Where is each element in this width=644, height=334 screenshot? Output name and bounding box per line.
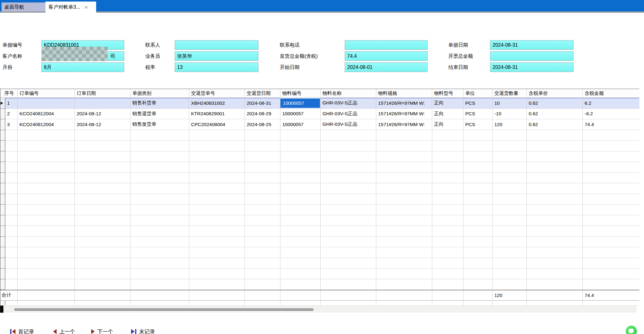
cell-0[interactable]: 2 [5, 109, 18, 120]
delivery-total-field[interactable]: 74.4 [345, 51, 428, 61]
column-header-9[interactable]: 物料型号 [432, 89, 463, 98]
start-date-field[interactable]: 2024-08-01 [345, 62, 428, 72]
cell-1[interactable]: KCO240812004 [18, 119, 75, 130]
tab-desktop-navigation[interactable]: 桌面导航 [2, 2, 45, 11]
nav-first-record-button[interactable]: 首记录 [10, 327, 34, 334]
cell-9[interactable]: 正向 [432, 119, 463, 130]
cell-2[interactable]: 2024-08-12 [75, 119, 130, 130]
horizontal-scrollbar[interactable] [0, 305, 639, 313]
cell-9[interactable]: 正向 [432, 109, 463, 120]
cell-12[interactable]: 0.62 [527, 98, 583, 109]
cell-6 [280, 268, 321, 279]
cell-12[interactable]: 0.62 [527, 119, 583, 130]
cell-13[interactable]: 74.4 [583, 119, 639, 130]
nav-previous-record-button[interactable]: 上一个 [53, 327, 75, 334]
salesperson-field[interactable]: 张英华 [175, 51, 258, 61]
cell-7 [321, 151, 376, 162]
column-header-10[interactable]: 单位 [463, 89, 493, 98]
column-header-4[interactable]: 交退货单号 [189, 89, 245, 98]
cell-4[interactable]: KTR240829001 [189, 109, 245, 120]
cell-13[interactable]: 6.2 [583, 98, 639, 109]
column-header-1[interactable]: 订单编号 [18, 89, 75, 98]
month-field[interactable]: 8月 [41, 62, 124, 72]
cell-8[interactable]: 1571#26/R=97MM W: [376, 98, 432, 109]
cell-0 [5, 173, 18, 184]
cell-5[interactable]: 2024-08-31 [245, 98, 280, 109]
table-empty-row [0, 279, 639, 290]
column-header-6[interactable]: 物料编号 [280, 89, 321, 98]
cell-0 [5, 151, 18, 162]
cell-9 [432, 279, 463, 290]
cell-12[interactable]: 0.62 [527, 109, 583, 120]
nav-last-record-button[interactable]: 末记录 [131, 327, 155, 334]
cell-2[interactable] [75, 98, 130, 109]
cell-7[interactable]: GHR-03V-S正品 [321, 98, 376, 109]
cell-12 [527, 279, 583, 290]
cell-10[interactable]: PCS [463, 119, 493, 130]
cell-11[interactable]: -10 [493, 109, 527, 120]
cell-10 [463, 194, 493, 205]
total-cell [280, 290, 321, 301]
column-header-0[interactable]: 序号 [0, 89, 18, 98]
tab-customer-statement[interactable]: 客户对帐单3... × [45, 2, 96, 13]
cell-8[interactable]: 1571#26/R=97MM W: [376, 109, 432, 120]
invoice-total-field[interactable] [490, 51, 574, 61]
tax-rate-field[interactable]: 13 [175, 62, 258, 72]
table-empty-row [0, 226, 639, 237]
cell-7[interactable]: GHR-03V-S正品 [321, 109, 376, 120]
column-header-2[interactable]: 订单日期 [75, 89, 130, 98]
close-icon[interactable]: × [84, 4, 88, 10]
column-header-3[interactable]: 单据类别 [130, 89, 189, 98]
cell-6[interactable]: 10000057 [280, 119, 321, 130]
table-empty-row [0, 215, 639, 226]
statement-detail-grid: 序号订单编号订单日期单据类别交退货单号交退货日期物料编号物料名称物料规格物料型号… [0, 89, 639, 313]
cell-4[interactable]: XBH240831002 [189, 98, 245, 109]
cell-10 [463, 173, 493, 184]
cell-11[interactable]: 10 [493, 98, 527, 109]
cell-8 [376, 130, 432, 141]
cell-12 [527, 247, 583, 258]
cell-8[interactable]: 1571#26/R=97MM W: [376, 119, 432, 130]
cell-0 [5, 141, 18, 151]
column-header-11[interactable]: 交退货数量 [493, 89, 527, 98]
cell-6[interactable]: 10000057 [280, 109, 321, 120]
selected-cell[interactable]: 10000057 [280, 98, 321, 109]
cell-1 [18, 173, 75, 184]
column-header-5[interactable]: 交退货日期 [245, 89, 280, 98]
next-record-icon [91, 329, 95, 334]
cell-1[interactable] [18, 98, 75, 109]
end-date-field[interactable]: 2024-08-31 [490, 62, 574, 72]
cell-3[interactable]: 销售退货单 [130, 109, 189, 120]
contact-phone-field[interactable] [345, 40, 428, 50]
cell-3[interactable]: 销售补货单 [130, 98, 189, 109]
cell-5[interactable]: 2024-08-25 [245, 119, 280, 130]
cell-7[interactable]: GHR-03V-S正品 [321, 119, 376, 130]
horizontal-scrollbar-thumb[interactable] [14, 308, 313, 311]
cell-1[interactable]: KCO240812004 [18, 109, 75, 120]
cell-3[interactable]: 销售发货单 [130, 119, 189, 130]
doc-date-field[interactable]: 2024-08-31 [490, 40, 574, 50]
cell-0[interactable]: 3 [5, 119, 18, 130]
cell-11[interactable]: 120 [493, 119, 527, 130]
column-header-7[interactable]: 物料名称 [321, 89, 376, 98]
cell-9[interactable]: 正向 [432, 98, 463, 109]
cell-2[interactable]: 2024-08-12 [75, 109, 130, 120]
cell-0[interactable]: 1 [5, 98, 18, 109]
cell-6 [280, 183, 321, 194]
cell-9 [432, 194, 463, 205]
cell-10[interactable]: PCS [463, 98, 493, 109]
cell-4 [189, 237, 245, 247]
row-indicator [0, 119, 5, 130]
cell-13[interactable]: -6.2 [583, 109, 639, 120]
column-header-8[interactable]: 物料规格 [376, 89, 432, 98]
cell-4[interactable]: CPC202408004 [189, 119, 245, 130]
column-header-12[interactable]: 含税单价 [527, 89, 583, 98]
column-header-13[interactable]: 含税金额 [583, 89, 639, 98]
assistant-green-icon[interactable] [626, 326, 637, 334]
cell-3 [130, 226, 189, 237]
cell-10[interactable]: PCS [463, 109, 493, 120]
nav-next-record-button[interactable]: 下一个 [91, 327, 113, 334]
cell-5[interactable]: 2024-08-29 [245, 109, 280, 120]
cell-8 [376, 215, 432, 226]
contact-person-field[interactable] [175, 40, 258, 50]
